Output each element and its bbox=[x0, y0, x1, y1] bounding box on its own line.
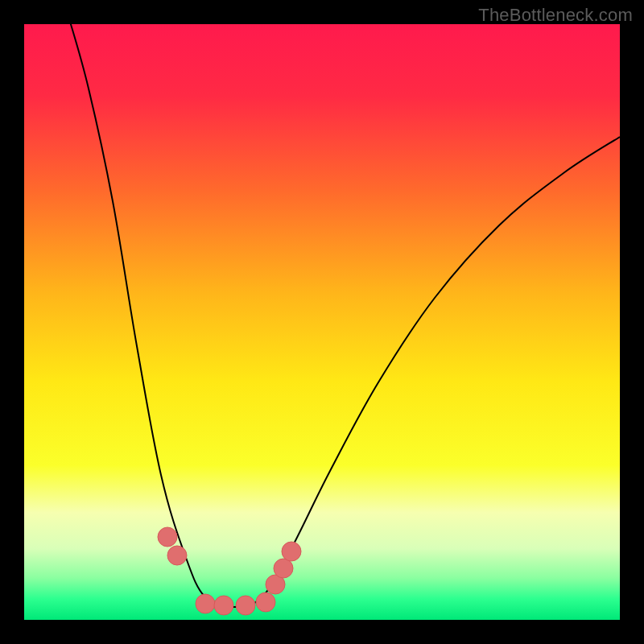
data-point bbox=[256, 592, 275, 612]
data-point bbox=[214, 596, 233, 615]
data-point bbox=[167, 546, 187, 565]
data-point bbox=[282, 542, 301, 561]
chart-frame: TheBottleneck.com bbox=[0, 0, 644, 644]
curve-layer bbox=[24, 24, 620, 620]
bottleneck-curve bbox=[68, 24, 620, 607]
plot-area bbox=[24, 24, 620, 620]
data-point bbox=[158, 527, 177, 547]
data-point bbox=[196, 594, 215, 613]
data-point bbox=[274, 559, 293, 578]
data-point bbox=[236, 596, 255, 615]
watermark-text: TheBottleneck.com bbox=[478, 5, 633, 26]
